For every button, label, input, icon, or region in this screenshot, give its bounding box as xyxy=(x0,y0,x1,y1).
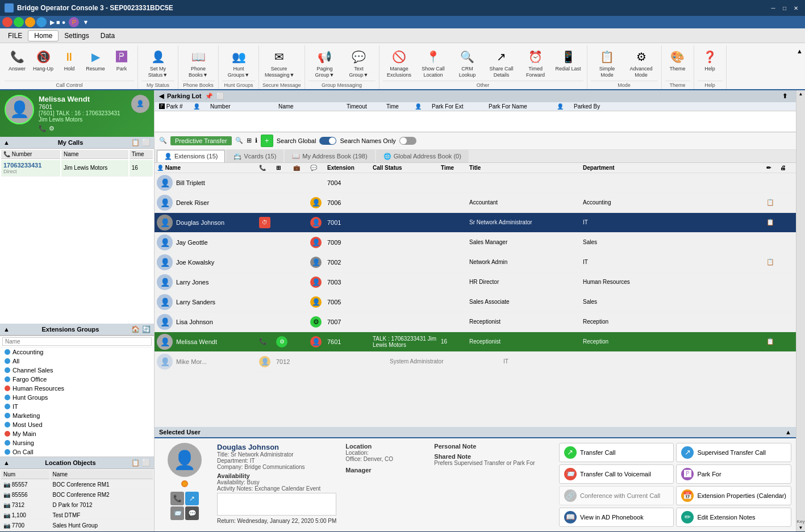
ext-group-item-human-resources[interactable]: Human Resources xyxy=(0,384,154,393)
menu-settings[interactable]: Settings xyxy=(59,31,94,41)
grid-view-icon[interactable]: ⊞ xyxy=(247,137,252,144)
hold-button[interactable]: ⏸ Hold xyxy=(57,45,82,74)
dir-row-lisa-johnson[interactable]: 👤 Lisa Johnson ⚙ 7007 Receptionist Recep… xyxy=(155,312,796,332)
search-names-toggle[interactable] xyxy=(399,137,416,145)
loc-row[interactable]: 📷 7700 Sales Hunt Group xyxy=(1,521,153,530)
park-button[interactable]: 🅿 Park xyxy=(109,45,134,74)
loc-icon2[interactable]: ⬜ xyxy=(142,459,151,467)
menu-home[interactable]: Home xyxy=(28,30,59,41)
quick-voicemail-icon[interactable]: 📨 xyxy=(170,506,184,520)
redial-last-button[interactable]: 📱 Redial Last xyxy=(553,45,583,74)
dir-cell-action1[interactable]: 📋 xyxy=(766,199,780,206)
set-my-status-button[interactable]: 👤 Set My Status▼ xyxy=(141,45,174,81)
ext-groups-filter-input[interactable] xyxy=(2,337,152,346)
sys-btn-red[interactable] xyxy=(2,17,12,27)
info-icon[interactable]: ℹ xyxy=(255,137,257,144)
dir-row-melissa-wendt[interactable]: 👤 Melissa Wendt 📞 ⚙ 👤 7601 TALK : 170632… xyxy=(155,332,796,352)
ext-group-item-fargo-office[interactable]: Fargo Office xyxy=(0,375,154,384)
search-magnify-icon[interactable]: 🔍 xyxy=(235,137,243,144)
ext-group-item-it[interactable]: IT xyxy=(0,402,154,411)
tab-global-address[interactable]: 🌐 Global Address Book (0) xyxy=(376,150,469,162)
share-call-details-button[interactable]: ↗ Share Call Details xyxy=(485,45,518,81)
tab-extensions[interactable]: 👤 Extensions (15) xyxy=(157,150,225,162)
parking-pin-icon[interactable]: 📌 xyxy=(205,93,213,100)
dir-row-douglas-johnson[interactable]: 👤 Douglas Johnson ⏱ 👤 7001 Sr Network Ad… xyxy=(155,213,796,233)
loc-row[interactable]: 📷 1,100 Test DTMF xyxy=(1,511,153,520)
loc-row[interactable]: 📷 85556 BOC Conference RM2 xyxy=(1,491,153,500)
dir-cell-action1[interactable]: 📋 xyxy=(766,338,780,345)
loc-icon1[interactable]: 📋 xyxy=(131,459,140,467)
simple-mode-button[interactable]: 📋 Simple Mode xyxy=(591,45,624,81)
text-group-button[interactable]: 💬 Text Group▼ xyxy=(343,45,376,81)
edit-extension-notes-button[interactable]: ✏ Edit Extension Notes xyxy=(676,508,791,527)
quick-chat-icon[interactable]: 💬 xyxy=(185,506,199,520)
my-calls-icon2[interactable]: ⬜ xyxy=(142,139,151,146)
tab-vcards[interactable]: 📇 Vcards (15) xyxy=(226,150,283,162)
loc-row[interactable]: 📷 85557 BOC Conference RM1 xyxy=(1,480,153,489)
dir-cell-action1[interactable]: 📋 xyxy=(766,258,780,266)
paging-group-button[interactable]: 📢 Paging Group▼ xyxy=(308,45,341,81)
minimize-button[interactable]: ─ xyxy=(769,3,778,12)
close-button[interactable]: ✕ xyxy=(791,3,800,12)
parking-expand-icon[interactable]: ⬜ xyxy=(216,93,224,100)
show-call-location-button[interactable]: 📍 Show Call Location xyxy=(417,45,450,81)
secure-messaging-button[interactable]: ✉ Secure Messaging▼ xyxy=(262,45,295,81)
refresh-icon[interactable]: 🔄 xyxy=(142,325,151,333)
extension-properties-button[interactable]: 📅 Extension Properties (Calendar) xyxy=(676,486,791,505)
maximize-button[interactable]: □ xyxy=(780,3,789,12)
answer-button[interactable]: 📞 Answer xyxy=(5,45,30,74)
sys-btn-green[interactable] xyxy=(14,17,24,27)
menu-data[interactable]: Data xyxy=(95,31,120,41)
transfer-call-button[interactable]: ↗ Transfer Call xyxy=(559,443,674,462)
dir-row-larry-sanders[interactable]: 👤 Larry Sanders 👤 7005 Sales Associate S… xyxy=(155,292,796,312)
quick-phone-icon[interactable]: 📞 xyxy=(170,492,184,505)
ext-group-item-accounting[interactable]: Accounting xyxy=(0,347,154,357)
theme-button[interactable]: 🎨 Theme xyxy=(665,45,690,74)
supervised-transfer-button[interactable]: ↗ Supervised Transfer Call xyxy=(676,443,791,462)
ext-group-item-all[interactable]: All xyxy=(0,357,154,366)
park-for-button[interactable]: 🅿 Park For xyxy=(676,464,791,484)
window-controls[interactable]: ─ □ ✕ xyxy=(769,3,800,12)
ribbon-collapse[interactable]: ▲ xyxy=(796,45,803,89)
conference-button[interactable]: 🔗 Conference with Current Call xyxy=(559,486,674,505)
ext-group-item-my-main[interactable]: My Main xyxy=(0,429,154,438)
parking-lot-header[interactable]: ◀ Parking Lot 📌 ⬜ ⬆ xyxy=(155,90,796,102)
selected-user-collapse-icon[interactable]: ▲ xyxy=(785,429,791,435)
view-ad-phonebook-button[interactable]: 📖 View in AD Phonebook xyxy=(559,508,674,527)
hang-up-button[interactable]: 📵 Hang-Up xyxy=(31,45,56,74)
tab-address-book[interactable]: 📖 My Address Book (198) xyxy=(285,150,374,162)
ext-group-item-nursing[interactable]: Nursing xyxy=(0,438,154,447)
menu-file[interactable]: FILE xyxy=(2,31,28,41)
manage-exclusions-button[interactable]: 🚫 Manage Exclusions xyxy=(383,45,416,81)
predictive-transfer-button[interactable]: Predictive Transfer xyxy=(170,136,232,145)
my-calls-icon1[interactable]: 📋 xyxy=(131,139,140,146)
phone-books-button[interactable]: 📖 Phone Books▼ xyxy=(182,45,215,81)
resume-button[interactable]: ▶ Resume xyxy=(83,45,108,74)
scroll-down[interactable]: ▼ xyxy=(799,525,803,530)
ext-group-item-marketing[interactable]: Marketing xyxy=(0,411,154,420)
help-button[interactable]: ❓ Help xyxy=(698,45,723,74)
crm-lookup-button[interactable]: 🔍 CRM Lookup xyxy=(451,45,484,81)
ext-group-item-channel-sales[interactable]: Channel Sales xyxy=(0,366,154,375)
dir-row-larry-jones[interactable]: 👤 Larry Jones 👤 7003 HR Director Human R… xyxy=(155,273,796,292)
dir-row-jay-geottle[interactable]: 👤 Jay Geottle 👤 7009 Sales Manager Sales xyxy=(155,233,796,253)
ext-group-item-on-call[interactable]: On Call xyxy=(0,447,154,456)
sys-btn-orange[interactable] xyxy=(25,17,35,27)
right-scrollbar[interactable]: ▲ Key ▼ xyxy=(796,90,805,531)
ext-group-item-hunt-groups[interactable]: Hunt Groups xyxy=(0,393,154,402)
transfer-voicemail-button[interactable]: 📨 Transfer Call to Voicemail xyxy=(559,464,674,484)
call-row[interactable]: 17063233431 Direct Jim Lewis Motors 16 xyxy=(1,160,153,177)
hunt-groups-button[interactable]: 👥 Hunt Groups▼ xyxy=(222,45,255,81)
my-calls-header[interactable]: ▲ My Calls 📋 ⬜ xyxy=(0,137,154,149)
dir-row-joe-kowalsky[interactable]: 👤 Joe Kowalsky 👤 7002 Network Admin IT 📋 xyxy=(155,253,796,273)
add-button[interactable]: + xyxy=(261,135,273,147)
location-objects-header[interactable]: ▲ Location Objects 📋 ⬜ xyxy=(0,457,154,469)
parking-scrollbar[interactable]: ⬆ xyxy=(782,93,791,100)
loc-row[interactable]: 📷 7312 D Park for 7012 xyxy=(1,501,153,510)
sys-btn-blue[interactable] xyxy=(36,17,47,27)
search-global-toggle[interactable] xyxy=(319,137,336,145)
advanced-mode-button[interactable]: ⚙ Advanced Mode xyxy=(625,45,658,81)
dir-cell-action1[interactable]: 📋 xyxy=(766,219,780,226)
home-icon[interactable]: 🏠 xyxy=(131,325,140,333)
extensions-groups-header[interactable]: ▲ Extensions Groups 🏠 🔄 xyxy=(0,324,154,336)
